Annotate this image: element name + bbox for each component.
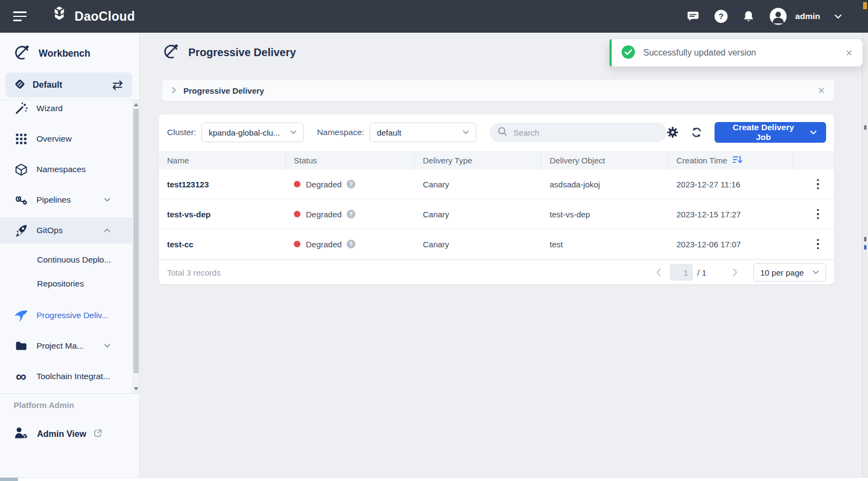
delivery-object: asdsada-jokoj xyxy=(541,180,668,189)
sidebar-item-project-management[interactable]: Project Ma... xyxy=(0,334,132,358)
switch-workspace-icon[interactable] xyxy=(111,80,124,90)
screen-edge-strip xyxy=(862,33,868,481)
chevron-down-icon xyxy=(104,198,110,202)
sidebar-item-wizard[interactable]: Wizard xyxy=(0,100,132,120)
table-row[interactable]: test123123 Degraded ? Canary asdsada-jok… xyxy=(159,169,834,199)
toast-accent-bar xyxy=(610,39,612,66)
job-status-cell: Degraded ? xyxy=(286,240,415,249)
chevron-up-icon xyxy=(104,228,110,233)
menu-toggle-icon[interactable] xyxy=(13,9,27,23)
column-header-delivery-type: Delivery Type xyxy=(415,151,541,169)
help-icon[interactable]: ? xyxy=(714,9,728,23)
sidebar-item-gitops[interactable]: GitOps xyxy=(0,217,132,243)
sidebar-scrollbar[interactable] xyxy=(132,100,139,393)
scrollbar-thumb[interactable] xyxy=(0,478,18,481)
search-input[interactable] xyxy=(512,127,659,138)
bell-icon[interactable] xyxy=(742,10,755,23)
prev-page-icon[interactable] xyxy=(656,268,661,277)
column-header-creation-time[interactable]: Creation Time xyxy=(668,151,793,169)
status-help-icon[interactable]: ? xyxy=(347,180,355,188)
create-delivery-job-label: Create Delivery Job xyxy=(724,123,803,142)
status-text: Degraded xyxy=(306,180,342,189)
cluster-select[interactable]: kpanda-global-clu... xyxy=(201,123,304,142)
brand-logo[interactable]: DaoCloud xyxy=(50,5,135,27)
workspace-selector[interactable]: Default xyxy=(5,72,132,98)
delivery-object: test-vs-dep xyxy=(541,210,668,219)
progressive-delivery-icon xyxy=(162,42,180,63)
main-content: Progressive Delivery Progressive Deliver… xyxy=(140,33,868,481)
delivery-jobs-card: Cluster: kpanda-global-clu... Namespace:… xyxy=(159,114,834,284)
bird-icon xyxy=(14,308,28,322)
close-icon[interactable]: ✕ xyxy=(818,86,825,96)
job-status-cell: Degraded ? xyxy=(286,180,415,189)
sidebar-item-pipelines[interactable]: Pipelines xyxy=(0,188,132,212)
sidebar-item-label: Toolchain Integrat... xyxy=(36,372,110,381)
avatar[interactable] xyxy=(769,7,787,26)
close-icon[interactable]: ✕ xyxy=(846,48,853,58)
row-actions-button[interactable] xyxy=(815,206,821,223)
table-row[interactable]: test-vs-dep Degraded ? Canary test-vs-de… xyxy=(159,199,834,229)
breadcrumb[interactable]: Progressive Delivery xyxy=(183,86,264,95)
chevron-down-icon[interactable] xyxy=(834,14,842,19)
section-label: Platform Admin xyxy=(14,400,74,410)
toast-message: Successfully updated version xyxy=(643,48,756,58)
sidebar-item-label: GitOps xyxy=(36,226,63,235)
top-navbar: DaoCloud ? xyxy=(0,0,868,33)
sidebar-item-repositories[interactable]: Repositories xyxy=(0,273,132,295)
page-number-input[interactable] xyxy=(670,264,693,281)
create-delivery-job-button[interactable]: Create Delivery Job xyxy=(715,122,826,143)
job-name[interactable]: test-vs-dep xyxy=(159,210,286,219)
chevron-down-icon xyxy=(810,129,817,137)
workspace-icon xyxy=(14,78,26,93)
sidebar-item-label: Repositories xyxy=(37,279,84,289)
scroll-up-arrow[interactable] xyxy=(134,103,138,106)
pipeline-icon xyxy=(14,193,28,206)
sidebar-item-progressive-delivery[interactable]: Progressive Deliv... xyxy=(0,303,132,327)
sidebar-item-admin-view[interactable]: Admin View xyxy=(14,426,102,442)
sort-descending-icon[interactable] xyxy=(732,155,743,166)
page-size-select[interactable]: 10 per page xyxy=(753,263,826,282)
settings-gear-icon[interactable] xyxy=(667,126,679,138)
status-help-icon[interactable]: ? xyxy=(347,240,355,248)
chevron-right-icon[interactable] xyxy=(171,86,176,96)
scroll-down-arrow[interactable] xyxy=(134,387,138,391)
daocloud-logo-icon xyxy=(50,5,69,27)
delivery-type: Canary xyxy=(415,210,541,219)
success-toast: Successfully updated version ✕ xyxy=(610,39,863,66)
success-check-icon xyxy=(621,45,636,62)
creation-time: 2023-12-06 17:07 xyxy=(668,240,793,249)
row-actions-button[interactable] xyxy=(815,176,821,193)
status-dot xyxy=(294,211,300,217)
job-name[interactable]: test123123 xyxy=(159,180,286,189)
page-total-label: / 1 xyxy=(697,268,706,277)
external-link-icon xyxy=(94,429,102,440)
next-page-icon[interactable] xyxy=(732,268,738,277)
admin-view-label: Admin View xyxy=(37,429,86,439)
sidebar-item-toolchain-integration[interactable]: ∞ Toolchain Integrat... xyxy=(0,364,132,388)
delivery-type: Canary xyxy=(415,180,541,189)
sidebar-item-label: Project Ma... xyxy=(36,341,84,351)
refresh-icon[interactable] xyxy=(691,126,703,138)
sidebar-item-label: Pipelines xyxy=(36,195,71,205)
chevron-down-icon xyxy=(458,130,469,135)
sidebar-item-continuous-deployment[interactable]: Continuous Deplo... xyxy=(0,249,132,271)
sidebar-item-namespaces[interactable]: Namespaces xyxy=(0,157,132,181)
chevron-down-icon xyxy=(808,270,819,275)
horizontal-scrollbar[interactable] xyxy=(0,477,868,481)
filter-bar: Cluster: kpanda-global-clu... Namespace:… xyxy=(167,122,826,143)
edge-artifact xyxy=(864,237,866,241)
namespace-select[interactable]: default xyxy=(370,123,476,142)
chevron-down-icon xyxy=(286,130,297,135)
row-actions-button[interactable] xyxy=(815,236,821,253)
actions-cell xyxy=(793,236,834,253)
delivery-type: Canary xyxy=(415,240,541,249)
chat-icon[interactable] xyxy=(686,10,700,23)
scrollbar-thumb[interactable] xyxy=(133,109,139,373)
username-label: admin xyxy=(795,11,820,21)
sidebar-item-overview[interactable]: Overview xyxy=(0,127,132,151)
job-name[interactable]: test-cc xyxy=(159,240,286,249)
status-help-icon[interactable]: ? xyxy=(347,210,355,218)
status-text: Degraded xyxy=(306,210,342,219)
table-row[interactable]: test-cc Degraded ? Canary test 2023-12-0… xyxy=(159,229,834,259)
sidebar-item-label: Wizard xyxy=(36,103,63,113)
